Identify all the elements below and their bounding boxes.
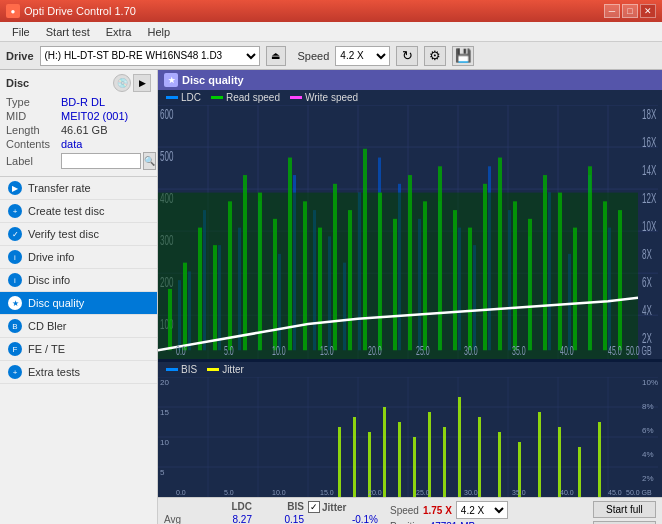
svg-rect-137 bbox=[598, 422, 601, 497]
svg-rect-68 bbox=[333, 184, 337, 350]
disc-label-btn[interactable]: 🔍 bbox=[143, 152, 156, 170]
verify-test-icon: ✓ bbox=[8, 227, 22, 241]
refresh-button[interactable]: ↻ bbox=[396, 46, 418, 66]
disc-quality-header-icon: ★ bbox=[164, 73, 178, 87]
svg-text:35.0: 35.0 bbox=[512, 344, 526, 358]
speed-info-row: Speed 1.75 X 4.2 X bbox=[390, 501, 508, 519]
svg-rect-61 bbox=[228, 201, 232, 350]
svg-rect-62 bbox=[243, 175, 247, 350]
svg-rect-122 bbox=[338, 427, 341, 497]
svg-rect-135 bbox=[558, 427, 561, 497]
drive-info-icon: i bbox=[8, 250, 22, 264]
sidebar-item-extra-tests[interactable]: + Extra tests bbox=[0, 361, 157, 384]
save-button[interactable]: 💾 bbox=[452, 46, 474, 66]
svg-text:20: 20 bbox=[160, 378, 169, 387]
svg-rect-130 bbox=[458, 397, 461, 497]
read-color bbox=[211, 96, 223, 99]
svg-text:20.0: 20.0 bbox=[368, 344, 382, 358]
stats-empty bbox=[164, 501, 196, 513]
sidebar-item-drive-info[interactable]: i Drive info bbox=[0, 246, 157, 269]
minimize-button[interactable]: ─ bbox=[604, 4, 620, 18]
speed-position-info: Speed 1.75 X 4.2 X Position 47731 MB Sam… bbox=[390, 501, 508, 524]
stats-header-row: LDC BIS ✓ Jitter bbox=[164, 501, 378, 513]
ldc-label: LDC bbox=[181, 92, 201, 103]
svg-text:45.0: 45.0 bbox=[608, 489, 622, 496]
svg-rect-79 bbox=[498, 158, 502, 351]
config-button[interactable]: ⚙ bbox=[424, 46, 446, 66]
sidebar-item-disc-info[interactable]: i Disc info bbox=[0, 269, 157, 292]
jitter-checkbox[interactable]: ✓ bbox=[308, 501, 320, 513]
svg-text:8X: 8X bbox=[642, 247, 652, 262]
svg-rect-132 bbox=[498, 432, 501, 497]
start-full-button[interactable]: Start full bbox=[593, 501, 656, 518]
top-chart-area: LDC Read speed Write speed bbox=[158, 90, 662, 359]
svg-rect-131 bbox=[478, 417, 481, 497]
ldc-color bbox=[166, 96, 178, 99]
fe-te-icon: F bbox=[8, 342, 22, 356]
titlebar-title: ● Opti Drive Control 1.70 bbox=[6, 4, 136, 18]
speed-info-select[interactable]: 4.2 X bbox=[456, 501, 508, 519]
drive-select[interactable]: (H:) HL-DT-ST BD-RE WH16NS48 1.D3 bbox=[40, 46, 260, 66]
action-buttons: Start full Start part bbox=[593, 501, 656, 524]
sidebar-item-fe-te[interactable]: F FE / TE bbox=[0, 338, 157, 361]
legend-jitter: Jitter bbox=[207, 364, 244, 375]
disc-label-input[interactable] bbox=[61, 153, 141, 169]
disc-quality-title: Disc quality bbox=[182, 74, 244, 86]
svg-text:6%: 6% bbox=[642, 426, 654, 435]
sidebar-item-disc-quality-label: Disc quality bbox=[28, 297, 84, 309]
speed-label: Speed bbox=[298, 50, 330, 62]
svg-rect-125 bbox=[383, 407, 386, 497]
drive-toolbar: Drive (H:) HL-DT-ST BD-RE WH16NS48 1.D3 … bbox=[0, 42, 662, 70]
sidebar-item-cd-bler[interactable]: B CD Bler bbox=[0, 315, 157, 338]
disc-contents-value: data bbox=[61, 138, 82, 150]
close-button[interactable]: ✕ bbox=[640, 4, 656, 18]
sidebar-item-transfer-rate[interactable]: ▶ Transfer rate bbox=[0, 177, 157, 200]
svg-text:16X: 16X bbox=[642, 135, 657, 150]
drive-label: Drive bbox=[6, 50, 34, 62]
svg-rect-83 bbox=[558, 193, 562, 351]
svg-text:500: 500 bbox=[160, 149, 173, 164]
menu-start-test[interactable]: Start test bbox=[38, 24, 98, 40]
read-label: Read speed bbox=[226, 92, 280, 103]
speed-select[interactable]: 4.2 X bbox=[335, 46, 390, 66]
eject-button[interactable]: ⏏ bbox=[266, 46, 286, 66]
svg-rect-69 bbox=[348, 210, 352, 350]
sidebar-item-transfer-rate-label: Transfer rate bbox=[28, 182, 91, 194]
main-layout: Disc 💿 ▶ Type BD-R DL MID MEIT02 (001) L… bbox=[0, 70, 662, 524]
maximize-button[interactable]: □ bbox=[622, 4, 638, 18]
disc-icon-2[interactable]: ▶ bbox=[133, 74, 151, 92]
svg-rect-57 bbox=[168, 289, 172, 350]
svg-rect-126 bbox=[398, 422, 401, 497]
bottom-chart-legend: BIS Jitter bbox=[158, 362, 662, 377]
sidebar-item-disc-quality[interactable]: ★ Disc quality bbox=[0, 292, 157, 315]
legend-read: Read speed bbox=[211, 92, 280, 103]
menu-help[interactable]: Help bbox=[139, 24, 178, 40]
create-test-icon: + bbox=[8, 204, 22, 218]
svg-rect-59 bbox=[198, 228, 202, 351]
sidebar-item-verify-test-disc[interactable]: ✓ Verify test disc bbox=[0, 223, 157, 246]
svg-rect-66 bbox=[303, 201, 307, 350]
disc-length-row: Length 46.61 GB bbox=[6, 124, 151, 136]
svg-text:5.0: 5.0 bbox=[224, 344, 234, 358]
svg-rect-76 bbox=[453, 210, 457, 350]
svg-rect-74 bbox=[423, 201, 427, 350]
svg-text:8%: 8% bbox=[642, 402, 654, 411]
stats-panel: LDC BIS ✓ Jitter Avg 8.27 0.15 -0.1% Max bbox=[158, 497, 662, 524]
jitter-header: Jitter bbox=[322, 502, 346, 513]
svg-rect-75 bbox=[438, 166, 442, 350]
disc-panel: Disc 💿 ▶ Type BD-R DL MID MEIT02 (001) L… bbox=[0, 70, 157, 177]
disc-icon-1[interactable]: 💿 bbox=[113, 74, 131, 92]
sidebar: Disc 💿 ▶ Type BD-R DL MID MEIT02 (001) L… bbox=[0, 70, 158, 524]
menu-file[interactable]: File bbox=[4, 24, 38, 40]
svg-rect-80 bbox=[513, 201, 517, 350]
svg-rect-72 bbox=[393, 219, 397, 350]
svg-text:4X: 4X bbox=[642, 303, 652, 318]
svg-text:30.0: 30.0 bbox=[464, 344, 478, 358]
svg-text:2%: 2% bbox=[642, 474, 654, 483]
avg-ldc: 8.27 bbox=[200, 514, 252, 524]
svg-rect-85 bbox=[588, 166, 592, 350]
sidebar-item-create-test-disc[interactable]: + Create test disc bbox=[0, 200, 157, 223]
disc-mid-row: MID MEIT02 (001) bbox=[6, 110, 151, 122]
svg-text:600: 600 bbox=[160, 107, 173, 122]
menu-extra[interactable]: Extra bbox=[98, 24, 140, 40]
